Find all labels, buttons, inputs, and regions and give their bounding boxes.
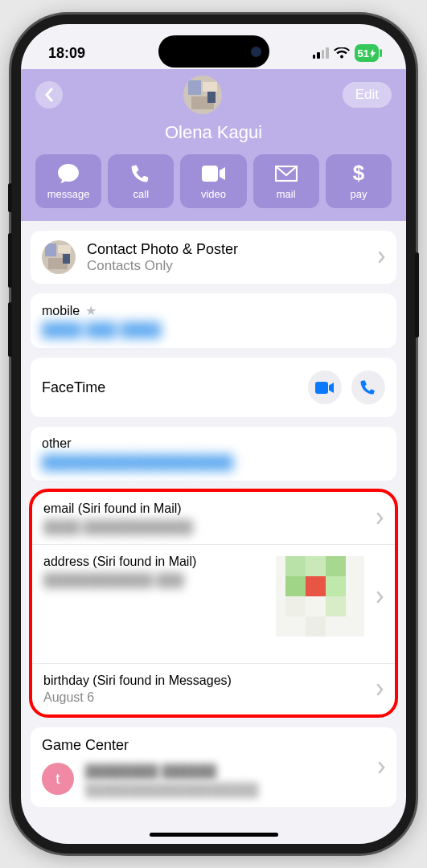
svg-rect-17 xyxy=(326,556,346,576)
svg-rect-18 xyxy=(285,576,306,596)
pay-button[interactable]: $ pay xyxy=(326,154,392,208)
facetime-label: FaceTime xyxy=(42,379,105,396)
svg-rect-2 xyxy=(203,82,217,92)
video-icon xyxy=(202,166,226,182)
message-button[interactable]: message xyxy=(35,154,101,208)
svg-rect-9 xyxy=(45,244,56,256)
siri-email-label: email (Siri found in Mail) xyxy=(43,502,384,516)
mobile-label: mobile xyxy=(42,304,80,317)
mobile-row[interactable]: mobile ★ ████ ███ ████ xyxy=(31,293,396,348)
chevron-right-icon xyxy=(376,512,384,525)
siri-email-value: ████ ████████████ xyxy=(43,520,384,534)
svg-rect-16 xyxy=(306,556,326,576)
siri-suggestions-group: email (Siri found in Mail) ████ ████████… xyxy=(29,489,398,718)
back-button[interactable] xyxy=(35,81,63,108)
svg-rect-5 xyxy=(202,166,218,182)
contact-name: Olena Kagui xyxy=(35,122,392,143)
siri-address-row[interactable]: address (Siri found in Mail) ███████████… xyxy=(32,544,395,649)
mobile-number: ████ ███ ████ xyxy=(42,322,385,338)
siri-email-row[interactable]: email (Siri found in Mail) ████ ████████… xyxy=(32,492,395,544)
edit-button[interactable]: Edit xyxy=(343,82,392,108)
mail-button[interactable]: mail xyxy=(253,154,319,208)
favorite-star-icon: ★ xyxy=(85,304,96,317)
svg-rect-20 xyxy=(326,576,346,596)
game-center-row[interactable]: Game Center t ████████ ██████ ██████████… xyxy=(31,727,396,807)
svg-rect-15 xyxy=(285,556,306,576)
clock: 18:09 xyxy=(48,45,85,62)
contact-avatar[interactable] xyxy=(183,76,222,114)
game-center-line1: ████████ ██████ xyxy=(85,764,258,779)
svg-rect-13 xyxy=(315,382,328,394)
contact-photo-poster-row[interactable]: Contact Photo & Poster Contacts Only xyxy=(31,231,396,284)
chevron-right-icon xyxy=(378,251,385,264)
contact-photo-title: Contact Photo & Poster xyxy=(87,241,238,258)
contact-photo-sharing: Contacts Only xyxy=(87,258,238,274)
facetime-video-button[interactable] xyxy=(308,371,342,404)
svg-rect-24 xyxy=(306,616,326,637)
contact-header: Edit Olena Kagui message call video xyxy=(21,69,406,221)
svg-rect-12 xyxy=(63,254,70,264)
svg-rect-21 xyxy=(285,596,306,616)
siri-birthday-row[interactable]: birthday (Siri found in Messages) August… xyxy=(32,663,395,714)
message-icon xyxy=(57,163,80,184)
svg-rect-19 xyxy=(306,576,326,596)
phone-icon xyxy=(360,379,376,395)
svg-rect-22 xyxy=(306,596,326,616)
game-center-title: Game Center xyxy=(42,737,385,754)
other-label: other xyxy=(42,436,385,451)
contact-avatar-small xyxy=(42,240,76,274)
chevron-right-icon xyxy=(376,591,384,604)
mail-icon xyxy=(275,166,298,182)
siri-address-value: ████████████ ███ xyxy=(43,573,204,588)
facetime-audio-button[interactable] xyxy=(351,371,385,404)
battery-icon: 51 xyxy=(355,44,379,62)
video-button[interactable]: video xyxy=(180,154,246,208)
game-center-line2: ███████████████████ xyxy=(85,783,258,797)
svg-text:$: $ xyxy=(353,163,365,184)
video-icon xyxy=(315,382,335,394)
call-button[interactable]: call xyxy=(108,154,174,208)
svg-rect-4 xyxy=(207,92,216,103)
other-value: ███████████████████ xyxy=(42,455,385,471)
siri-birthday-value: August 6 xyxy=(43,690,384,705)
wifi-icon xyxy=(334,47,350,59)
facetime-row: FaceTime xyxy=(31,358,396,417)
siri-birthday-label: birthday (Siri found in Messages) xyxy=(43,674,384,688)
dollar-icon: $ xyxy=(352,163,365,184)
game-center-avatar: t xyxy=(42,763,74,795)
map-thumbnail xyxy=(276,556,364,637)
svg-rect-1 xyxy=(188,80,201,95)
svg-rect-10 xyxy=(58,245,71,253)
other-email-row[interactable]: other ███████████████████ xyxy=(31,427,396,481)
chevron-right-icon xyxy=(376,683,384,696)
svg-rect-23 xyxy=(326,596,346,616)
home-indicator[interactable] xyxy=(150,833,278,837)
chevron-left-icon xyxy=(45,88,54,102)
phone-icon xyxy=(131,164,150,183)
cellular-signal-icon xyxy=(313,47,329,59)
chevron-right-icon xyxy=(378,761,385,774)
